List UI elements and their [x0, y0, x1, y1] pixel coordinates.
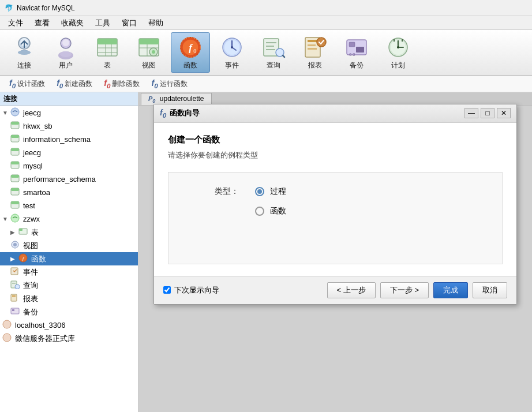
svg-rect-61	[11, 162, 19, 164]
sidebar-header: 连接	[0, 92, 138, 106]
toolbar-backup[interactable]: 6 0 备份	[337, 32, 376, 73]
action-delete[interactable]: f0 删除函数	[99, 77, 144, 91]
user-label: 用户	[59, 61, 73, 70]
show-wizard-label: 下次显示向导	[174, 285, 219, 295]
action-new-label: 新建函数	[65, 79, 92, 89]
tree-information[interactable]: information_schema	[0, 133, 138, 146]
tree-test[interactable]: test	[0, 199, 138, 212]
dialog-maximize[interactable]: □	[481, 108, 494, 118]
content-area: P0 updateroulette f0 函数向导 — □ ✕	[138, 92, 532, 412]
tree-jeecg[interactable]: ▼ jeecg	[0, 106, 138, 119]
svg-text:0: 0	[193, 47, 196, 54]
tree-wechat[interactable]: 微信服务器正式库	[0, 332, 138, 345]
action-delete-label: 删除函数	[112, 79, 140, 89]
tree-query-folder[interactable]: 查询	[0, 279, 138, 292]
radio-row-function: 函数	[215, 206, 490, 216]
report-folder-label: 报表	[23, 294, 38, 304]
mysql-icon	[10, 160, 21, 171]
tree-zzwx[interactable]: ▼ zzwx	[0, 212, 138, 226]
dialog-title-group: f0 函数向导	[160, 108, 200, 119]
menu-tools[interactable]: 工具	[89, 17, 116, 29]
dialog-overlay: f0 函数向导 — □ ✕ 创建一个函数 请选择你要创建的例程类型	[138, 92, 532, 412]
menu-window[interactable]: 窗口	[116, 17, 143, 29]
sidebar: 连接 ▼ jeecg hkwx_sb information_schema	[0, 92, 138, 412]
svg-rect-81	[11, 308, 19, 314]
menu-favorites[interactable]: 收藏夹	[55, 17, 89, 29]
dialog-close[interactable]: ✕	[497, 108, 511, 118]
tree-backup-folder[interactable]: 备份	[0, 305, 138, 319]
toggle-jeecg[interactable]: ▼	[2, 110, 10, 116]
test-icon	[10, 200, 21, 211]
toggle-zzwx[interactable]: ▼	[2, 216, 10, 222]
svg-rect-8	[98, 39, 117, 44]
function-label: 函数	[183, 61, 197, 70]
menu-bar: 文件 查看 收藏夹 工具 窗口 帮助	[0, 16, 532, 30]
toolbar-function[interactable]: f 0 函数	[171, 32, 210, 73]
table-folder-icon	[18, 227, 29, 238]
radio-procedure[interactable]	[255, 187, 264, 196]
mysql-label: mysql	[23, 162, 43, 170]
toolbar-query[interactable]: 查询	[254, 32, 293, 73]
toolbar-user[interactable]: 用户	[46, 32, 85, 73]
tree-report-folder[interactable]: 报表	[0, 292, 138, 305]
toolbar: 连接 用户 表	[0, 30, 532, 76]
svg-rect-82	[12, 309, 14, 311]
toolbar-table[interactable]: 表	[88, 32, 127, 73]
svg-point-39	[317, 38, 326, 47]
toggle-table[interactable]: ▶	[10, 229, 18, 235]
tree-localhost[interactable]: localhost_3306	[0, 319, 138, 332]
dialog-titlebar: f0 函数向导 — □ ✕	[154, 104, 516, 123]
func-folder-label: 函数	[31, 254, 46, 264]
tree-hkwx[interactable]: hkwx_sb	[0, 119, 138, 133]
tree-smartoa[interactable]: smartoa	[0, 186, 138, 199]
query-label: 查询	[267, 61, 280, 70]
performance-icon	[10, 174, 21, 185]
tree-jeecg-db[interactable]: jeecg	[0, 146, 138, 159]
action-design-label: 设计函数	[17, 79, 45, 89]
dialog-controls: — □ ✕	[464, 108, 511, 118]
action-run[interactable]: f0 运行函数	[147, 77, 192, 91]
menu-help[interactable]: 帮助	[143, 17, 169, 29]
information-icon	[10, 134, 21, 145]
type-label: 类型：	[215, 186, 249, 197]
run-icon: f0	[151, 78, 158, 89]
hkwx-icon	[10, 121, 21, 132]
jeecg-db-label: jeecg	[23, 148, 41, 157]
tree-performance[interactable]: performance_schema	[0, 173, 138, 186]
cancel-button[interactable]: 取消	[473, 282, 507, 298]
show-wizard-checkbox[interactable]	[163, 286, 171, 294]
tree-mysql[interactable]: mysql	[0, 159, 138, 173]
svg-rect-59	[11, 148, 19, 151]
dialog-title-icon: f0	[160, 108, 166, 119]
report-label: 报表	[308, 61, 322, 70]
tree-table-folder[interactable]: ▶ 表	[0, 226, 138, 239]
dialog-minimize[interactable]: —	[464, 108, 478, 118]
toolbar-report[interactable]: 报表	[295, 32, 335, 73]
toolbar-event[interactable]: 事件	[212, 32, 252, 73]
radio-function[interactable]	[255, 207, 264, 216]
tree-func-folder[interactable]: ▶ f 函数	[0, 252, 138, 265]
toolbar-plan[interactable]: 计划	[379, 32, 418, 73]
toggle-func[interactable]: ▶	[10, 256, 18, 262]
finish-button[interactable]: 完成	[433, 282, 468, 298]
menu-view[interactable]: 查看	[29, 17, 55, 29]
tree-event-folder[interactable]: 事件	[0, 265, 138, 279]
dialog-body: 创建一个函数 请选择你要创建的例程类型 类型： 过程	[154, 123, 516, 276]
app-title: Navicat for MySQL	[17, 4, 75, 12]
svg-rect-38	[308, 48, 317, 50]
event-folder-icon	[10, 267, 21, 278]
action-run-label: 运行函数	[160, 79, 188, 89]
next-button[interactable]: 下一步 >	[380, 282, 429, 298]
view-icon	[137, 35, 161, 59]
toolbar-connect[interactable]: 连接	[5, 32, 44, 73]
jeecg-icon	[10, 107, 21, 118]
action-new[interactable]: f0 新建函数	[52, 77, 97, 91]
query-folder-icon	[10, 280, 21, 291]
menu-file[interactable]: 文件	[2, 17, 29, 29]
prev-button[interactable]: < 上一步	[327, 282, 376, 298]
procedure-label: 过程	[270, 186, 286, 197]
tree-view-folder[interactable]: 视图	[0, 239, 138, 252]
svg-rect-65	[11, 188, 19, 191]
toolbar-view[interactable]: 视图	[129, 32, 168, 73]
action-design[interactable]: f0 设计函数	[5, 77, 50, 91]
